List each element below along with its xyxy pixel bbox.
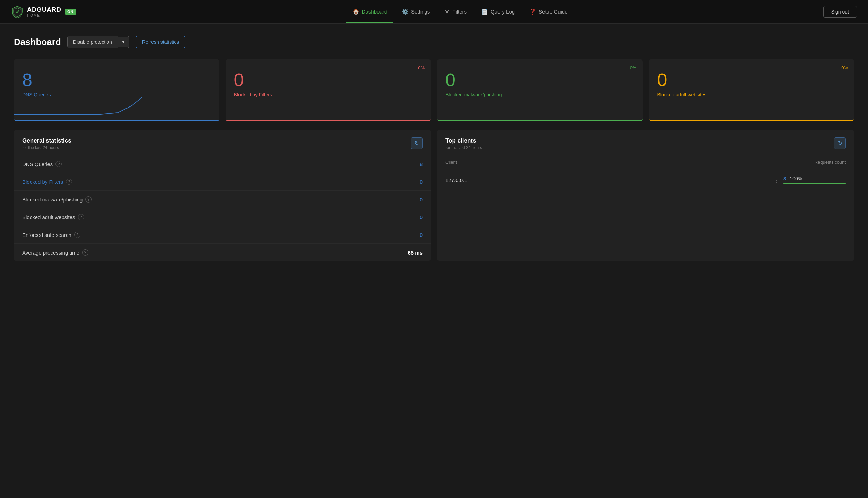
stat-cards: 8 DNS Queries 0% 0 Blocked by Filters 0%… <box>14 59 854 121</box>
top-clients-header: Top clients for the last 24 hours ↻ <box>437 130 854 155</box>
page-title: Dashboard <box>14 37 61 48</box>
stats-table: DNS Queries ? 8 Blocked by Filters ? 0 B… <box>14 155 431 261</box>
top-clients-title: Top clients <box>445 137 482 144</box>
brand-sub: HOME <box>27 14 61 17</box>
general-stats-subtitle: for the last 24 hours <box>22 145 71 150</box>
stats-label-dns-queries: DNS Queries ? <box>22 161 62 167</box>
stats-row-blocked-filters: Blocked by Filters ? 0 <box>14 173 431 191</box>
nav-querylog-label: Query Log <box>491 9 515 15</box>
stat-card-dns-queries: 8 DNS Queries <box>14 59 219 121</box>
nav-setupguide-label: Setup Guide <box>539 9 567 15</box>
log-icon: 📄 <box>481 8 488 15</box>
stats-value-blocked-filters: 0 <box>420 179 423 185</box>
guide-icon: ❓ <box>529 8 536 15</box>
stat-dns-queries-number: 8 <box>22 70 211 90</box>
stat-blocked-malware-label: Blocked malware/phishing <box>445 92 634 97</box>
stats-value-dns-queries: 8 <box>420 161 423 167</box>
refresh-statistics-button[interactable]: Refresh statistics <box>136 36 186 48</box>
client-count-number: 8 <box>783 175 786 181</box>
page-header: Dashboard Disable protection ▼ Refresh s… <box>14 36 854 48</box>
top-clients-panel: Top clients for the last 24 hours ↻ Clie… <box>437 130 854 261</box>
stat-blocked-malware-number: 0 <box>445 70 634 90</box>
general-stats-panel: General statistics for the last 24 hours… <box>14 130 431 261</box>
blocked-malware-help-icon[interactable]: ? <box>85 196 92 203</box>
main-content: Dashboard Disable protection ▼ Refresh s… <box>0 24 868 274</box>
general-stats-title: General statistics <box>22 137 71 144</box>
stat-blocked-filters-number: 0 <box>234 70 423 90</box>
filter-icon: ⛛ <box>444 9 450 15</box>
nav-querylog[interactable]: 📄 Query Log <box>475 1 521 23</box>
nav-settings-label: Settings <box>411 9 430 15</box>
stat-blocked-adult-label: Blocked adult websites <box>657 92 846 97</box>
stats-label-blocked-filters: Blocked by Filters ? <box>22 179 72 185</box>
stats-row-blocked-malware: Blocked malware/phishing ? 0 <box>14 191 431 208</box>
blocked-adult-help-icon[interactable]: ? <box>78 214 84 220</box>
dns-queries-help-icon[interactable]: ? <box>55 161 62 167</box>
disable-protection-button-group[interactable]: Disable protection ▼ <box>67 36 129 48</box>
avg-time-help-icon[interactable]: ? <box>82 249 88 256</box>
client-count-line: 8 100% <box>783 175 802 181</box>
stat-card-blocked-filters: 0% 0 Blocked by Filters <box>226 59 431 121</box>
brand-name: ADGUARD <box>27 6 61 14</box>
general-stats-header: General statistics for the last 24 hours… <box>14 130 431 155</box>
nav-links: 🏠 Dashboard ⚙️ Settings ⛛ Filters 📄 Quer… <box>97 1 823 23</box>
nav-settings[interactable]: ⚙️ Settings <box>396 1 436 23</box>
blocked-filters-help-icon[interactable]: ? <box>66 179 72 185</box>
top-clients-refresh-button[interactable]: ↻ <box>834 137 846 149</box>
stats-value-blocked-adult: 0 <box>420 214 423 220</box>
top-clients-title-group: Top clients for the last 24 hours <box>445 137 482 150</box>
general-stats-title-group: General statistics for the last 24 hours <box>22 137 71 150</box>
disable-protection-dropdown-arrow[interactable]: ▼ <box>118 37 129 47</box>
stats-label-avg-time: Average processing time ? <box>22 249 88 256</box>
client-menu-button[interactable]: ⋮ <box>770 175 783 185</box>
stat-blocked-filters-label: Blocked by Filters <box>234 92 423 97</box>
nav-filters[interactable]: ⛛ Filters <box>438 1 473 23</box>
stats-label-blocked-adult: Blocked adult websites ? <box>22 214 84 220</box>
client-bar-fill <box>783 183 846 184</box>
disable-protection-button[interactable]: Disable protection <box>68 36 118 48</box>
stat-blocked-malware-percent: 0% <box>630 65 636 70</box>
nav-setupguide[interactable]: ❓ Setup Guide <box>523 1 574 23</box>
stats-row-avg-time: Average processing time ? 66 ms <box>14 244 431 261</box>
stats-row-dns-queries: DNS Queries ? 8 <box>14 155 431 173</box>
stats-label-safe-search: Enforced safe search ? <box>22 232 80 238</box>
client-row: 127.0.0.1 ⋮ 8 100% <box>437 169 854 191</box>
settings-icon: ⚙️ <box>402 8 409 15</box>
stats-value-avg-time: 66 ms <box>408 250 423 256</box>
bottom-grid: General statistics for the last 24 hours… <box>14 130 854 261</box>
stat-blocked-adult-percent: 0% <box>841 65 848 70</box>
brand-logo <box>11 6 24 18</box>
stat-blocked-adult-number: 0 <box>657 70 846 90</box>
client-ip: 127.0.0.1 <box>445 177 770 183</box>
stats-value-blocked-malware: 0 <box>420 197 423 203</box>
navbar: ADGUARD HOME ON 🏠 Dashboard ⚙️ Settings … <box>0 0 868 24</box>
brand: ADGUARD HOME ON <box>11 6 76 18</box>
client-bar-background <box>783 183 846 184</box>
sign-out-button[interactable]: Sign out <box>823 6 857 18</box>
stats-label-blocked-malware: Blocked malware/phishing ? <box>22 196 92 203</box>
nav-dashboard-label: Dashboard <box>362 9 387 15</box>
top-clients-subtitle: for the last 24 hours <box>445 145 482 150</box>
stats-row-blocked-adult: Blocked adult websites ? 0 <box>14 208 431 226</box>
safe-search-help-icon[interactable]: ? <box>74 232 80 238</box>
nav-filters-label: Filters <box>452 9 467 15</box>
stats-value-safe-search: 0 <box>420 232 423 238</box>
nav-dashboard[interactable]: 🏠 Dashboard <box>346 1 393 23</box>
clients-column-headers: Client Requests count <box>437 155 854 169</box>
stat-card-blocked-malware: 0% 0 Blocked malware/phishing <box>437 59 643 121</box>
general-stats-refresh-button[interactable]: ↻ <box>411 137 423 149</box>
brand-text: ADGUARD HOME <box>27 6 61 17</box>
home-icon: 🏠 <box>353 8 359 15</box>
client-count-percent: 100% <box>790 176 802 181</box>
col-header-client: Client <box>445 160 457 165</box>
dns-queries-chart <box>14 95 142 116</box>
client-count-area: 8 100% <box>783 175 846 184</box>
stats-row-safe-search: Enforced safe search ? 0 <box>14 226 431 244</box>
col-header-requests: Requests count <box>815 160 846 165</box>
brand-badge: ON <box>65 9 76 15</box>
stat-blocked-filters-percent: 0% <box>418 65 425 70</box>
stat-card-blocked-adult: 0% 0 Blocked adult websites <box>649 59 854 121</box>
